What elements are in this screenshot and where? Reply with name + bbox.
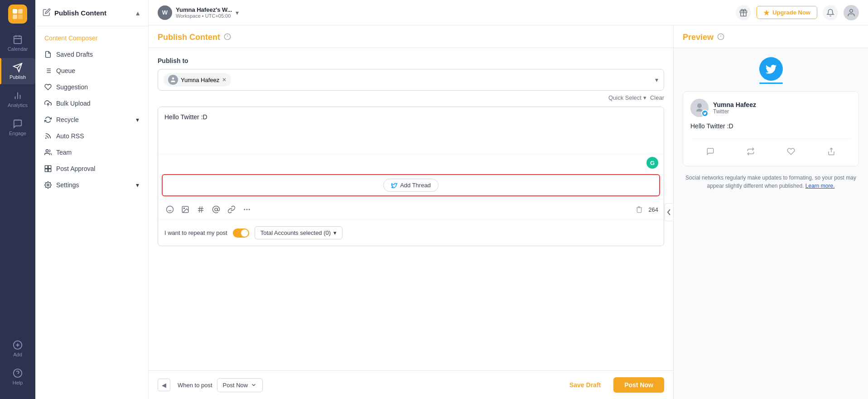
sidebar-item-post-approval[interactable]: Post Approval [35, 161, 148, 177]
sidebar-item-auto-rss[interactable]: Auto RSS [35, 128, 148, 144]
preview-title: Preview [683, 33, 714, 42]
sidebar: Publish Content ▲ Content Composer Saved… [35, 0, 149, 399]
workspace-info: Yumna Hafeez's W... Workspace • UTC+05:0… [176, 6, 232, 19]
compose-toolbar: 264 [158, 199, 664, 219]
notifications-button[interactable] [823, 5, 838, 20]
svg-point-32 [850, 9, 853, 12]
main-area: W Yumna Hafeez's W... Workspace • UTC+05… [149, 0, 868, 399]
save-draft-button[interactable]: Save Draft [562, 378, 608, 392]
sidebar-item-calendar[interactable]: Calendar [0, 30, 35, 56]
svg-point-49 [249, 209, 250, 210]
sidebar-item-queue[interactable]: Queue [35, 63, 148, 79]
link-button[interactable] [225, 203, 238, 216]
sidebar-item-content-composer[interactable]: Content Composer [35, 30, 148, 46]
repeat-row: I want to repeat my post Total Accounts … [158, 219, 664, 246]
svg-point-37 [167, 206, 174, 213]
image-button[interactable] [179, 203, 192, 216]
bulk-upload-label: Bulk Upload [56, 100, 91, 107]
content-area: Publish Content Publish to [149, 25, 868, 399]
add-thread-button[interactable]: Add Thread [383, 179, 439, 192]
user-avatar[interactable] [844, 5, 859, 20]
preview-comment-button[interactable] [703, 144, 718, 159]
preview-disclaimer: Social networks regularly make updates t… [683, 174, 859, 190]
emoji-button[interactable] [164, 203, 176, 216]
queue-label: Queue [56, 67, 75, 74]
preview-user-platform: Twitter [713, 108, 756, 115]
sidebar-item-settings[interactable]: Settings ▾ [35, 177, 148, 193]
content-composer-label: Content Composer [44, 34, 98, 42]
sidebar-item-analytics[interactable]: Analytics [0, 86, 35, 112]
svg-point-23 [46, 138, 46, 138]
upgrade-label: Upgrade Now [772, 9, 810, 16]
upgrade-button[interactable]: Upgrade Now [757, 6, 817, 19]
compose-box: Hello Twitter :D G Add Thread [158, 107, 664, 246]
mention-button[interactable] [210, 203, 222, 216]
settings-label: Settings [56, 181, 79, 189]
preview-post-text: Hello Twitter :D [690, 122, 851, 131]
post-now-select[interactable]: Post Now [217, 378, 263, 392]
preview-retweet-button[interactable] [743, 144, 758, 159]
preview-info-icon[interactable] [717, 33, 724, 42]
recycle-chevron-icon: ▾ [136, 116, 139, 123]
hashtag-button[interactable] [194, 203, 207, 216]
svg-rect-25 [45, 165, 48, 168]
twitter-platform-icon [759, 57, 783, 81]
collapse-button[interactable]: ◀ [158, 379, 170, 391]
svg-point-54 [697, 103, 702, 108]
svg-line-45 [202, 206, 203, 213]
sidebar-item-team[interactable]: Team [35, 144, 148, 161]
sidebar-item-suggestion[interactable]: Suggestion [35, 79, 148, 95]
publisher-info-icon[interactable] [224, 33, 231, 42]
preview-like-button[interactable] [784, 144, 798, 159]
sidebar-item-saved-drafts[interactable]: Saved Drafts [35, 46, 148, 63]
preview-avatar [690, 99, 709, 117]
workspace-name: Yumna Hafeez's W... [176, 6, 232, 13]
sidebar-item-publish[interactable]: Publish [0, 58, 35, 84]
more-button[interactable] [241, 203, 253, 216]
account-selector-chevron-icon[interactable]: ▾ [655, 76, 658, 83]
repeat-toggle[interactable] [233, 229, 249, 238]
preview-share-button[interactable] [824, 144, 839, 159]
svg-point-29 [47, 184, 49, 186]
auto-rss-label: Auto RSS [56, 132, 84, 140]
svg-point-24 [46, 150, 48, 152]
sidebar-item-add[interactable]: Add [0, 336, 35, 362]
account-tag: Yumna Hafeez ✕ [164, 73, 231, 87]
add-thread-area: Add Thread [162, 174, 660, 196]
preview-user-info: Yumna Hafeez Twitter [713, 101, 756, 115]
workspace-chevron-icon[interactable]: ▾ [236, 9, 239, 16]
post-approval-label: Post Approval [56, 165, 95, 172]
svg-rect-0 [13, 9, 17, 14]
svg-rect-28 [48, 169, 51, 172]
app-logo[interactable] [8, 5, 27, 24]
svg-rect-26 [48, 165, 51, 168]
total-accounts-button[interactable]: Total Accounts selected (0) ▾ [255, 226, 342, 239]
account-selector[interactable]: Yumna Hafeez ✕ ▾ [158, 69, 664, 91]
settings-chevron-icon: ▾ [136, 181, 139, 189]
account-tag-name: Yumna Hafeez [181, 77, 219, 83]
sidebar-item-help[interactable]: Help [0, 364, 35, 390]
publisher-wrapper: Publish Content Publish to [149, 25, 673, 399]
twitter-underline [759, 83, 783, 84]
sidebar-item-bulk-upload[interactable]: Bulk Upload [35, 95, 148, 112]
workspace-selector[interactable]: W Yumna Hafeez's W... Workspace • UTC+05… [158, 5, 239, 20]
post-now-button[interactable]: Post Now [613, 377, 664, 393]
svg-line-44 [199, 206, 200, 213]
publisher-title: Publish Content [158, 33, 220, 42]
account-tag-close-icon[interactable]: ✕ [222, 77, 227, 83]
svg-point-48 [246, 209, 247, 210]
delete-compose-button[interactable] [633, 203, 646, 216]
learn-more-link[interactable]: Learn more. [805, 183, 835, 189]
compose-textarea[interactable]: Hello Twitter :D [158, 107, 664, 152]
preview-actions [690, 138, 851, 159]
sidebar-title: Publish Content [54, 9, 131, 17]
sidebar-chevron-icon[interactable]: ▲ [135, 10, 141, 17]
gift-button[interactable] [736, 5, 751, 20]
quick-select-button[interactable]: Quick Select ▾ [608, 94, 646, 101]
panel-toggle-button[interactable] [665, 203, 674, 221]
clear-button[interactable]: Clear [650, 94, 664, 101]
sidebar-item-recycle[interactable]: Recycle ▾ [35, 112, 148, 128]
preview-body: Yumna Hafeez Twitter Hello Twitter :D [674, 48, 868, 399]
svg-point-46 [215, 208, 217, 211]
sidebar-item-engage[interactable]: Engage [0, 114, 35, 141]
